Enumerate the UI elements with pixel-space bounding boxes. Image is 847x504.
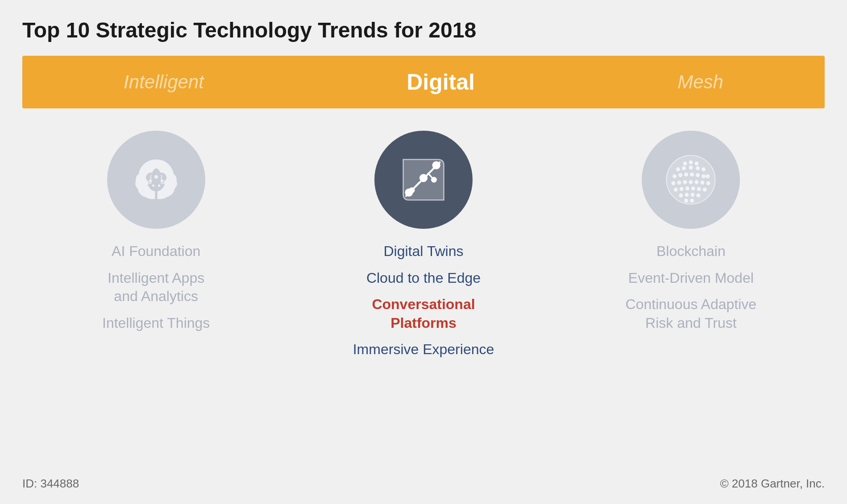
column-mesh: Blockchain Event-Driven Model Continuous…	[571, 131, 811, 332]
svg-point-19	[689, 165, 693, 169]
svg-point-43	[685, 193, 689, 197]
svg-point-22	[673, 174, 677, 178]
svg-point-15	[689, 160, 693, 164]
svg-point-34	[701, 181, 705, 185]
trend-ai-foundation: AI Foundation	[112, 242, 200, 261]
column-digital: Digital Twins Cloud to the Edge Conversa…	[303, 131, 544, 359]
svg-point-37	[680, 187, 684, 191]
mesh-icon-circle	[642, 131, 740, 229]
svg-point-3	[152, 184, 154, 186]
footer-id: ID: 344888	[22, 477, 79, 491]
svg-point-47	[690, 198, 694, 202]
globe-icon	[662, 151, 720, 209]
svg-point-21	[702, 167, 706, 171]
svg-point-44	[691, 193, 695, 197]
intelligent-text-list: AI Foundation Intelligent Appsand Analyt…	[102, 242, 210, 332]
trend-continuous-adaptive: Continuous AdaptiveRisk and Trust	[626, 295, 757, 332]
trend-intelligent-things: Intelligent Things	[102, 314, 210, 333]
svg-point-31	[683, 180, 687, 184]
svg-point-24	[684, 173, 688, 177]
svg-point-39	[691, 186, 695, 190]
page-title: Top 10 Strategic Technology Trends for 2…	[22, 18, 476, 42]
svg-point-10	[409, 187, 415, 193]
brain-icon	[127, 151, 185, 209]
trend-blockchain: Blockchain	[656, 242, 726, 261]
svg-point-28	[706, 174, 710, 178]
main-banner: Intelligent Digital Mesh	[22, 56, 825, 108]
columns-container: AI Foundation Intelligent Appsand Analyt…	[22, 131, 825, 468]
svg-point-46	[684, 198, 688, 202]
mesh-text-list: Blockchain Event-Driven Model Continuous…	[626, 242, 757, 332]
svg-point-26	[696, 173, 700, 177]
svg-point-32	[689, 180, 693, 184]
svg-point-30	[677, 181, 681, 185]
svg-point-1	[149, 179, 152, 182]
banner-label-digital: Digital	[407, 69, 475, 95]
svg-point-7	[419, 174, 428, 182]
svg-point-29	[672, 181, 676, 185]
svg-point-25	[690, 173, 694, 177]
intelligent-icon-circle	[107, 131, 205, 229]
svg-point-8	[432, 161, 440, 169]
svg-point-27	[702, 174, 706, 178]
svg-point-23	[678, 173, 682, 177]
digital-text-list: Digital Twins Cloud to the Edge Conversa…	[353, 242, 494, 359]
svg-point-36	[674, 188, 678, 192]
footer-copyright: © 2018 Gartner, Inc.	[720, 477, 825, 491]
svg-point-2	[160, 179, 163, 182]
digital-icon-circle	[374, 131, 473, 229]
svg-point-14	[683, 161, 687, 165]
column-intelligent: AI Foundation Intelligent Appsand Analyt…	[36, 131, 276, 332]
circuit-icon	[394, 151, 453, 209]
svg-point-45	[697, 194, 701, 198]
svg-point-17	[676, 167, 680, 171]
banner-label-mesh: Mesh	[677, 71, 723, 93]
trend-cloud-edge: Cloud to the Edge	[366, 269, 481, 288]
trend-conversational-platforms: ConversationalPlatforms	[372, 295, 475, 332]
banner-label-intelligent: Intelligent	[124, 71, 204, 93]
svg-point-41	[703, 188, 707, 192]
svg-point-35	[706, 181, 710, 185]
footer: ID: 344888 © 2018 Gartner, Inc.	[22, 468, 825, 491]
svg-point-12	[431, 177, 437, 183]
trend-digital-twins: Digital Twins	[383, 242, 463, 261]
svg-point-4	[158, 184, 160, 186]
trend-immersive-experience: Immersive Experience	[353, 340, 494, 359]
trend-intelligent-apps: Intelligent Appsand Analytics	[108, 269, 204, 306]
svg-point-18	[682, 166, 686, 170]
svg-point-40	[697, 187, 701, 191]
svg-point-33	[695, 180, 699, 184]
trend-event-driven: Event-Driven Model	[628, 269, 754, 288]
svg-point-16	[695, 161, 699, 165]
svg-point-38	[685, 186, 689, 190]
svg-point-42	[679, 194, 683, 198]
svg-point-20	[696, 166, 700, 170]
svg-point-0	[154, 175, 158, 179]
